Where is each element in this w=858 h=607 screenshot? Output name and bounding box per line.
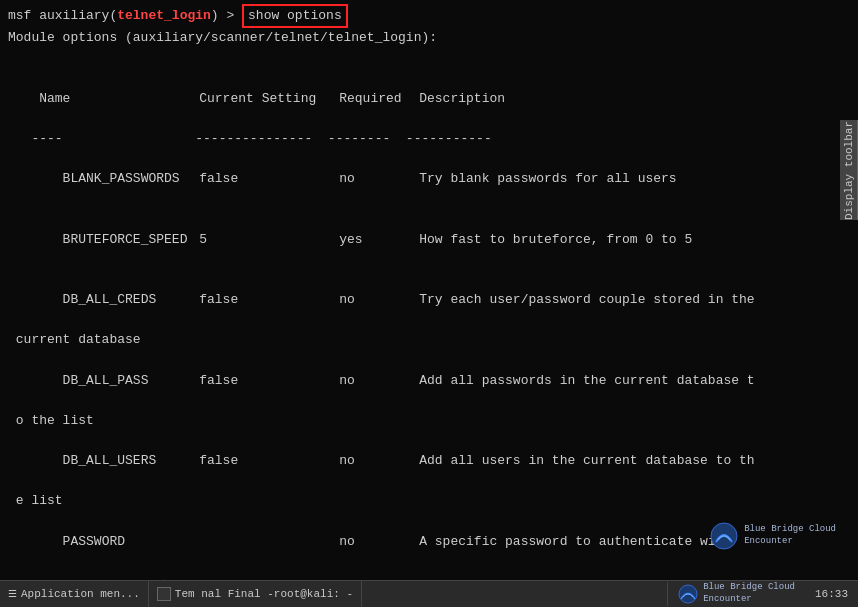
taskbar-logo-text: Blue Bridge CloudEncounter <box>703 582 795 605</box>
command-line: msf auxiliary(telnet_login) > show optio… <box>8 4 850 28</box>
terminal-icon <box>157 587 171 601</box>
terminal-label: Tem nal Final -root@kali: - <box>175 588 353 600</box>
header-setting: Current Setting <box>199 89 339 109</box>
header-description: Description <box>419 89 505 109</box>
logo-area: Blue Bridge CloudEncounter <box>710 522 836 550</box>
row-bruteforce-speed: BRUTEFORCE_SPEED5yesHow fast to brutefor… <box>8 209 850 269</box>
logo-text: Blue Bridge CloudEncounter <box>744 524 836 547</box>
show-options-command: show options <box>242 4 348 28</box>
taskbar: ☰ Application men... Tem nal Final -root… <box>0 580 858 607</box>
table-header: NameCurrent SettingRequiredDescription <box>8 68 850 128</box>
row-db-all-creds-cont: current database <box>8 330 850 350</box>
msf-prefix: msf auxiliary( <box>8 6 117 26</box>
taskbar-right: Blue Bridge CloudEncounter 16:33 <box>667 582 858 605</box>
row-pass-file: PASS_FILEnoFile containing passwords, on… <box>8 572 850 580</box>
module-name-1: telnet_login <box>117 6 211 26</box>
row-db-all-users-cont: e list <box>8 491 850 511</box>
spacer-1 <box>8 48 850 68</box>
app-menu-icon: ☰ <box>8 588 17 600</box>
row-db-all-pass: DB_ALL_PASSfalsenoAdd all passwords in t… <box>8 350 850 410</box>
display-toolbar-tab[interactable]: Display toolbar <box>840 120 858 220</box>
row-blank-passwords: BLANK_PASSWORDSfalsenoTry blank password… <box>8 149 850 209</box>
taskbar-logo-icon <box>678 584 698 604</box>
module-options-header: Module options (auxiliary/scanner/telnet… <box>8 28 850 48</box>
row-db-all-users: DB_ALL_USERSfalsenoAdd all users in the … <box>8 431 850 491</box>
prompt-close: ) > <box>211 6 242 26</box>
logo-icon <box>710 522 738 550</box>
separator: ---- --------------- -------- ----------… <box>8 129 850 149</box>
logo-taskbar: Blue Bridge CloudEncounter <box>667 582 805 605</box>
taskbar-time: 16:33 <box>805 588 858 600</box>
header-required: Required <box>339 89 419 109</box>
row-db-all-creds: DB_ALL_CREDSfalsenoTry each user/passwor… <box>8 270 850 330</box>
app-menu-label: Application men... <box>21 588 140 600</box>
row-db-all-pass-cont: o the list <box>8 411 850 431</box>
terminal: msf auxiliary(telnet_login) > show optio… <box>0 0 858 580</box>
taskbar-terminal[interactable]: Tem nal Final -root@kali: - <box>149 581 362 607</box>
header-name: Name <box>39 89 199 109</box>
taskbar-app-menu[interactable]: ☰ Application men... <box>0 581 149 607</box>
